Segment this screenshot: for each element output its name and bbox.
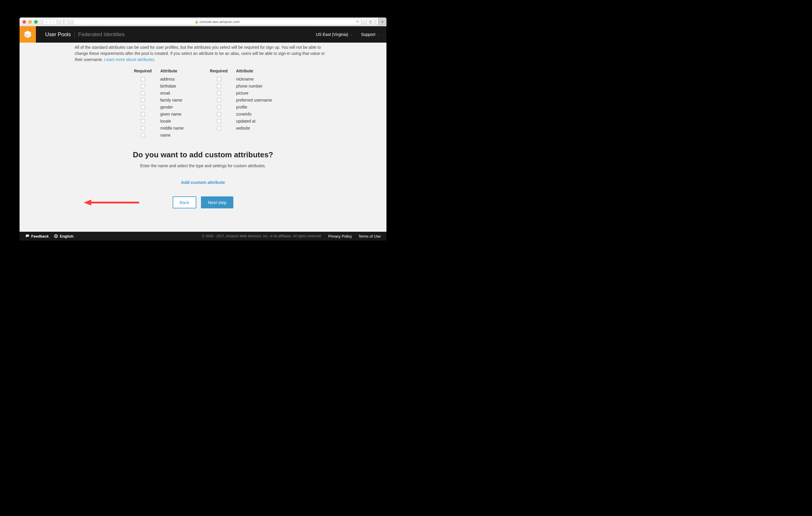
attributes-header: Required Attribute xyxy=(210,69,272,73)
attribute-label: locale xyxy=(160,119,171,124)
attribute-row: given name xyxy=(134,111,183,118)
attribute-row: address xyxy=(134,76,183,83)
attribute-label: updated at xyxy=(236,119,256,124)
feedback-label: Feedback xyxy=(31,234,49,239)
checkbox-email[interactable] xyxy=(141,91,145,95)
back-button[interactable]: Back xyxy=(173,196,196,208)
nav-back-forward: ‹ › xyxy=(43,19,57,25)
copyright-text: © 2008 - 2017, Amazon Web Services, Inc.… xyxy=(202,234,322,238)
feedback-button[interactable]: Feedback xyxy=(25,234,49,239)
new-tab-button[interactable]: + xyxy=(378,18,386,26)
checkbox-locale[interactable] xyxy=(141,119,145,123)
attribute-row: nickname xyxy=(210,76,272,83)
checkbox-preferred-username[interactable] xyxy=(217,98,221,102)
attribute-label: zoneinfo xyxy=(236,112,252,116)
globe-icon xyxy=(54,234,58,238)
custom-attributes-section: Do you want to add custom attributes? En… xyxy=(20,150,386,185)
attribute-label: picture xyxy=(236,91,249,96)
attribute-label: preferred username xyxy=(236,98,272,103)
attribute-row: middle name xyxy=(134,125,183,132)
share-button[interactable] xyxy=(367,19,374,25)
main-content: All of the standard attributes can be us… xyxy=(20,43,386,232)
attribute-label: website xyxy=(236,126,250,131)
browser-back-button[interactable]: ‹ xyxy=(43,19,50,25)
support-label: Support xyxy=(361,32,375,37)
header-nav: User Pools Federated Identities xyxy=(42,31,128,38)
learn-more-link[interactable]: Learn more about attributes. xyxy=(104,57,155,62)
maximize-window-button[interactable] xyxy=(34,20,38,24)
nav-user-pools[interactable]: User Pools xyxy=(42,31,75,38)
intro-text: All of the standard attributes can be us… xyxy=(69,44,337,63)
footer-right: © 2008 - 2017, Amazon Web Services, Inc.… xyxy=(202,234,381,239)
checkbox-picture[interactable] xyxy=(217,91,221,95)
header-attribute: Attribute xyxy=(160,69,177,73)
checkbox-website[interactable] xyxy=(217,126,221,130)
attribute-row: picture xyxy=(210,89,272,97)
attribute-row: locale xyxy=(134,118,183,125)
browser-chrome: ‹ › 🔒 console.aws.amazon.com ⟳ + xyxy=(20,18,386,26)
aws-cognito-logo[interactable] xyxy=(20,26,36,43)
checkbox-phone-number[interactable] xyxy=(217,84,221,88)
privacy-policy-link[interactable]: Privacy Policy xyxy=(328,234,352,239)
attribute-label: name xyxy=(160,133,170,137)
attribute-label: profile xyxy=(236,105,247,109)
custom-subtext: Enter the name and select the type and s… xyxy=(20,163,386,168)
header-required: Required xyxy=(134,69,152,73)
minimize-window-button[interactable] xyxy=(28,20,32,24)
attribute-label: nickname xyxy=(236,77,254,81)
checkbox-middle-name[interactable] xyxy=(141,126,145,130)
checkbox-given-name[interactable] xyxy=(141,112,145,116)
attribute-row: phone number xyxy=(210,83,272,89)
close-window-button[interactable] xyxy=(23,20,26,24)
sidebar-toggle-button[interactable] xyxy=(61,19,68,25)
checkbox-zoneinfo[interactable] xyxy=(217,112,221,116)
attribute-label: family name xyxy=(160,98,182,103)
attribute-row: website xyxy=(210,125,272,132)
language-button[interactable]: English xyxy=(54,234,74,239)
attribute-row: family name xyxy=(134,97,183,104)
browser-forward-button[interactable]: › xyxy=(50,19,57,25)
speech-bubble-icon xyxy=(25,234,29,238)
attribute-label: birthdate xyxy=(160,84,176,88)
chevron-down-icon: ⌄ xyxy=(377,33,379,36)
attribute-label: phone number xyxy=(236,84,262,88)
nav-federated-identities[interactable]: Federated Identities xyxy=(75,31,128,38)
header-required: Required xyxy=(210,69,228,73)
url-bar[interactable]: 🔒 console.aws.amazon.com ⟳ xyxy=(73,19,361,25)
header-right: US East (Virginia) ⌄ Support ⌄ xyxy=(316,32,386,37)
support-menu[interactable]: Support ⌄ xyxy=(361,32,379,37)
checkbox-address[interactable] xyxy=(141,77,145,81)
checkbox-birthdate[interactable] xyxy=(141,84,145,88)
attributes-table: Required Attribute address birthdate ema… xyxy=(72,69,334,139)
checkbox-gender[interactable] xyxy=(141,105,145,109)
svg-rect-0 xyxy=(63,21,66,23)
checkbox-family-name[interactable] xyxy=(141,98,145,102)
region-selector[interactable]: US East (Virginia) ⌄ xyxy=(316,32,352,37)
browser-window: ‹ › 🔒 console.aws.amazon.com ⟳ + User Po… xyxy=(20,18,386,241)
attribute-row: updated at xyxy=(210,118,272,125)
checkbox-updated-at[interactable] xyxy=(217,119,221,123)
region-label: US East (Virginia) xyxy=(316,32,348,37)
next-step-button[interactable]: Next step xyxy=(201,196,233,208)
attributes-column-right: Required Attribute nickname phone number… xyxy=(210,69,272,139)
attribute-row: zoneinfo xyxy=(210,111,272,118)
checkbox-profile[interactable] xyxy=(217,105,221,109)
attribute-row: gender xyxy=(134,104,183,111)
attribute-row: preferred username xyxy=(210,97,272,104)
attribute-label: email xyxy=(160,91,170,96)
checkbox-nickname[interactable] xyxy=(217,77,221,81)
attribute-label: given name xyxy=(160,112,181,116)
svg-marker-11 xyxy=(84,200,91,206)
url-text: console.aws.amazon.com xyxy=(200,20,240,24)
add-custom-attribute-link[interactable]: Add custom attribute xyxy=(20,180,386,185)
attribute-label: gender xyxy=(160,105,173,109)
chevron-down-icon: ⌄ xyxy=(350,33,352,36)
attribute-label: address xyxy=(160,77,175,81)
terms-of-use-link[interactable]: Terms of Use xyxy=(358,234,381,239)
wizard-nav-buttons: Back Next step xyxy=(20,196,386,208)
reload-icon[interactable]: ⟳ xyxy=(356,20,359,24)
custom-heading: Do you want to add custom attributes? xyxy=(20,150,386,159)
header-attribute: Attribute xyxy=(236,69,253,73)
checkbox-name[interactable] xyxy=(141,133,145,137)
attribute-row: email xyxy=(134,89,183,97)
